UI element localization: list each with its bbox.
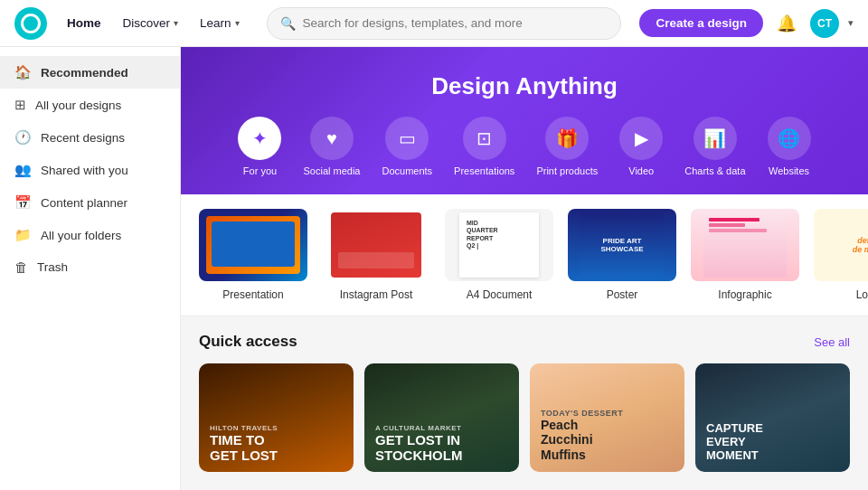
template-card-instagram[interactable]: Instagram Post bbox=[322, 209, 430, 301]
content-area: Design Anything ✦ For you ♥ Social media… bbox=[181, 47, 868, 490]
sidebar-item-recent[interactable]: 🕐 Recent designs bbox=[0, 121, 180, 154]
see-all-link[interactable]: See all bbox=[814, 335, 850, 349]
nav-links: Home Discover ▾ Learn ▾ bbox=[58, 11, 249, 35]
documents-circle: ▭ bbox=[385, 117, 429, 160]
for-you-circle: ✦ bbox=[238, 117, 281, 160]
template-card-presentation[interactable]: Presentation bbox=[199, 209, 307, 301]
nav-right: Create a design 🔔 CT ▾ bbox=[639, 9, 854, 38]
quick-cards-row: HILTON TRAVELS TIME TO GET LOST A CULTUR… bbox=[199, 363, 850, 472]
clock-icon: 🕐 bbox=[14, 129, 32, 146]
infographic-thumb bbox=[691, 209, 799, 281]
hero-banner: Design Anything ✦ For you ♥ Social media… bbox=[181, 47, 868, 194]
hero-icons-row: ✦ For you ♥ Social media ▭ Documents ⊡ P… bbox=[217, 117, 832, 176]
main-layout: 🏠 Recommended ⊞ All your designs 🕐 Recen… bbox=[0, 47, 868, 490]
create-design-button[interactable]: Create a design bbox=[639, 9, 763, 37]
notifications-button[interactable]: 🔔 bbox=[772, 9, 801, 38]
sidebar-item-recommended[interactable]: 🏠 Recommended bbox=[0, 56, 180, 89]
hero-icon-presentations[interactable]: ⊡ Presentations bbox=[454, 117, 514, 176]
quick-card-2[interactable]: A CULTURAL MARKET GET LOST IN STOCKHOLM bbox=[364, 363, 519, 472]
nav-discover[interactable]: Discover ▾ bbox=[114, 11, 188, 35]
sidebar-item-trash[interactable]: 🗑 Trash bbox=[0, 251, 180, 283]
card3-main: Peach Zucchini Muffins bbox=[541, 418, 674, 463]
card1-overlay: HILTON TRAVELS TIME TO GET LOST bbox=[199, 415, 354, 473]
sidebar-item-all-designs[interactable]: ⊞ All your designs bbox=[0, 89, 180, 121]
video-circle: ▶ bbox=[619, 117, 663, 160]
home-icon: 🏠 bbox=[14, 64, 32, 80]
users-icon: 👥 bbox=[14, 162, 32, 178]
quick-access-section: Quick access See all HILTON TRAVELS TIME… bbox=[181, 316, 868, 488]
avatar-chevron[interactable]: ▾ bbox=[848, 17, 854, 29]
template-card-poster[interactable]: PRIDE ARTSHOWCASE Poster bbox=[568, 209, 676, 301]
hero-icon-social[interactable]: ♥ Social media bbox=[303, 117, 360, 176]
quick-card-3[interactable]: TODAY'S DESSERT Peach Zucchini Muffins bbox=[530, 363, 684, 472]
card2-overlay: A CULTURAL MARKET GET LOST IN STOCKHOLM bbox=[364, 415, 519, 473]
sidebar: 🏠 Recommended ⊞ All your designs 🕐 Recen… bbox=[0, 47, 181, 490]
canva-logo[interactable] bbox=[14, 7, 47, 40]
presentations-circle: ⊡ bbox=[463, 117, 506, 160]
quick-card-1[interactable]: HILTON TRAVELS TIME TO GET LOST bbox=[199, 363, 354, 472]
presentation-thumb bbox=[199, 209, 307, 281]
hero-icon-charts[interactable]: 📊 Charts & data bbox=[684, 117, 745, 176]
quick-card-4[interactable]: CAPTURE EVERY MOMENT bbox=[695, 363, 850, 472]
charts-circle: 📊 bbox=[693, 117, 737, 160]
nav-home[interactable]: Home bbox=[58, 11, 110, 35]
instagram-thumb bbox=[322, 209, 430, 281]
template-card-infographic[interactable]: Infographic bbox=[691, 209, 799, 301]
hero-icon-for-you[interactable]: ✦ For you bbox=[238, 117, 281, 176]
search-icon: 🔍 bbox=[280, 16, 296, 31]
hero-title: Design Anything bbox=[217, 72, 832, 100]
trash-icon: 🗑 bbox=[14, 259, 28, 275]
document-thumb: MIDQUARTERREPORTQ2 | bbox=[445, 209, 553, 281]
avatar[interactable]: CT bbox=[810, 9, 839, 38]
hero-icon-documents[interactable]: ▭ Documents bbox=[382, 117, 432, 176]
search-input[interactable] bbox=[303, 16, 609, 30]
card3-overlay: TODAY'S DESSERT Peach Zucchini Muffins bbox=[530, 400, 684, 472]
template-card-logo[interactable]: defilede mod. Logo bbox=[814, 209, 868, 301]
card3-title: TODAY'S DESSERT bbox=[541, 409, 674, 418]
websites-circle: 🌐 bbox=[768, 117, 811, 160]
hero-icon-video[interactable]: ▶ Video bbox=[619, 117, 663, 176]
sidebar-item-shared[interactable]: 👥 Shared with you bbox=[0, 154, 180, 186]
section-header: Quick access See all bbox=[199, 333, 850, 351]
folder-icon: 📁 bbox=[14, 227, 32, 243]
template-card-document[interactable]: MIDQUARTERREPORTQ2 | A4 Document bbox=[445, 209, 553, 301]
sidebar-item-planner[interactable]: 📅 Content planner bbox=[0, 186, 180, 219]
topnav: Home Discover ▾ Learn ▾ 🔍 Create a desig… bbox=[0, 0, 868, 47]
learn-chevron: ▾ bbox=[235, 18, 240, 28]
discover-chevron: ▾ bbox=[174, 18, 178, 28]
print-circle: 🎁 bbox=[545, 117, 589, 160]
quick-access-title: Quick access bbox=[199, 333, 297, 351]
search-bar: 🔍 bbox=[267, 7, 622, 40]
sidebar-item-folders[interactable]: 📁 All your folders bbox=[0, 219, 180, 251]
logo-thumb: defilede mod. bbox=[814, 209, 868, 281]
hero-icon-print[interactable]: 🎁 Print products bbox=[536, 117, 598, 176]
social-circle: ♥ bbox=[310, 117, 354, 160]
card4-overlay: CAPTURE EVERY MOMENT bbox=[695, 413, 850, 472]
poster-thumb: PRIDE ARTSHOWCASE bbox=[568, 209, 676, 281]
nav-learn[interactable]: Learn ▾ bbox=[191, 11, 249, 35]
calendar-icon: 📅 bbox=[14, 194, 32, 211]
template-strip: Presentation Instagram Post MIDQUARTERRE… bbox=[181, 194, 868, 316]
hero-icon-websites[interactable]: 🌐 Websites bbox=[768, 117, 811, 176]
grid-icon: ⊞ bbox=[14, 97, 26, 113]
